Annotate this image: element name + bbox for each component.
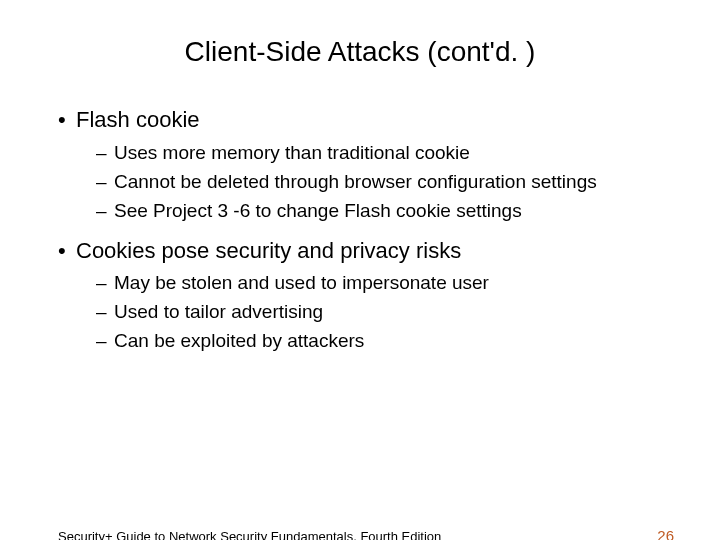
sub-bullets: May be stolen and used to impersonate us…: [58, 270, 662, 353]
bullet-level2: May be stolen and used to impersonate us…: [96, 270, 662, 295]
content: Flash cookie Uses more memory than tradi…: [0, 106, 720, 353]
bullet-text: Used to tailor advertising: [114, 301, 323, 322]
bullet-text: May be stolen and used to impersonate us…: [114, 272, 489, 293]
bullet-list: Flash cookie Uses more memory than tradi…: [58, 106, 662, 353]
footer-text: Security+ Guide to Network Security Fund…: [58, 529, 441, 540]
slide-title: Client-Side Attacks (cont'd. ): [0, 36, 720, 68]
bullet-level2: See Project 3 -6 to change Flash cookie …: [96, 198, 662, 223]
bullet-text: Uses more memory than traditional cookie: [114, 142, 470, 163]
sub-bullets: Uses more memory than traditional cookie…: [58, 140, 662, 223]
bullet-text: Cannot be deleted through browser config…: [114, 171, 597, 192]
bullet-level2: Cannot be deleted through browser config…: [96, 169, 662, 194]
bullet-level1: Cookies pose security and privacy risks: [58, 237, 662, 265]
bullet-level1: Flash cookie: [58, 106, 662, 134]
bullet-text: Can be exploited by attackers: [114, 330, 364, 351]
bullet-level2: Uses more memory than traditional cookie: [96, 140, 662, 165]
bullet-level2: Used to tailor advertising: [96, 299, 662, 324]
bullet-text: Flash cookie: [76, 107, 200, 132]
page-number: 26: [657, 527, 674, 540]
slide: Client-Side Attacks (cont'd. ) Flash coo…: [0, 36, 720, 540]
footer: Security+ Guide to Network Security Fund…: [58, 527, 674, 540]
bullet-text: Cookies pose security and privacy risks: [76, 238, 461, 263]
bullet-level2: Can be exploited by attackers: [96, 328, 662, 353]
bullet-text: See Project 3 -6 to change Flash cookie …: [114, 200, 522, 221]
